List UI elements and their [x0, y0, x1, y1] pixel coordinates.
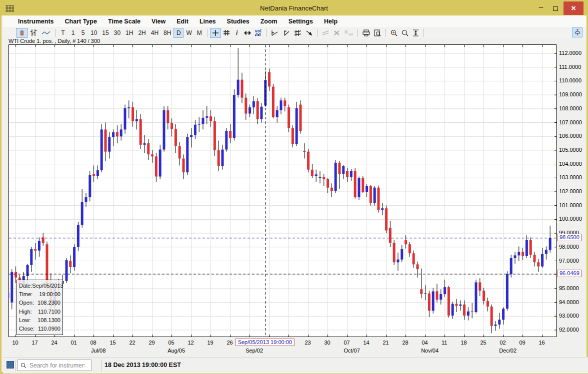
connection-status-icon[interactable] [6, 361, 14, 369]
x-axis-label: 17 [32, 340, 38, 346]
horizontal-scale-button[interactable] [242, 28, 253, 38]
info-button[interactable]: i [232, 28, 242, 38]
timescale-button-8H[interactable]: 8H [161, 28, 174, 38]
y-axis-label: 107.0000 [559, 119, 582, 125]
menu-edit[interactable]: Edit [176, 18, 188, 25]
tooltip-label: Date: [19, 282, 32, 290]
menu-chart-type[interactable]: Chart Type [65, 18, 97, 25]
menu-zoom[interactable]: Zoom [260, 18, 278, 25]
timescale-button-15[interactable]: 15 [100, 28, 111, 38]
tooltip-value: 110.7100 [38, 308, 60, 316]
window-title: NetDania FinanceChart [2, 4, 586, 12]
x-axis-month-label: Aug/05 [168, 348, 185, 354]
instrument-search-box[interactable] [18, 360, 92, 371]
toolbar-separator [424, 29, 424, 37]
timescale-button-30[interactable]: 30 [112, 28, 123, 38]
tooltip-row: High:110.7100 [19, 308, 60, 316]
y-axis-label: 102.0000 [559, 188, 582, 194]
series-label: WTI Crude 1. pos. , Daily, # 140 / 300 [8, 38, 100, 44]
y-axis-label: 95.0000 [559, 285, 579, 291]
pin-button[interactable] [572, 27, 582, 37]
menu-help[interactable]: Help [324, 18, 338, 25]
candlestick-chart-button[interactable] [16, 28, 28, 38]
tooltip-value: 108.1300 [38, 316, 60, 325]
tooltip-row: Date:Sep/05/2013 [19, 282, 60, 290]
info-icon: i [236, 29, 238, 36]
crosshair-button[interactable] [210, 28, 221, 38]
tooltip-row: Open:108.2300 [19, 299, 60, 307]
x-axis-label: 09 [519, 340, 525, 346]
x-axis-month-label: Dec/02 [499, 348, 516, 354]
x-axis: 1017240108152229051219262330071421280411… [8, 338, 556, 357]
menu-settings[interactable]: Settings [288, 18, 313, 25]
tooltip-label: Close: [19, 325, 34, 333]
menu-time-scale[interactable]: Time Scale [108, 18, 140, 25]
timescale-button-4H[interactable]: 4H [148, 28, 161, 38]
maximize-icon [553, 6, 558, 11]
print-button[interactable] [360, 28, 372, 38]
menu-view[interactable]: View [152, 18, 166, 25]
delete-all-icon: ✕all [344, 29, 353, 36]
maximize-button[interactable] [549, 1, 562, 15]
y-axis-label: 103.0000 [559, 174, 582, 180]
menu-instruments[interactable]: Instruments [18, 18, 54, 25]
timescale-button-D[interactable]: D [174, 28, 184, 38]
trend-line-flag-button[interactable] [280, 28, 292, 38]
minimize-button[interactable]: – [534, 1, 548, 15]
line-chart-button[interactable] [40, 28, 52, 38]
x-axis-label: 11 [442, 340, 447, 346]
timescale-button-T[interactable]: T [58, 28, 68, 38]
x-axis-label: 24 [51, 340, 57, 346]
x-axis-label: 12 [188, 340, 194, 346]
chart-plot-area[interactable] [8, 44, 556, 337]
last-price-tag: 98.6500 [558, 234, 582, 241]
timescale-button-M[interactable]: M [194, 28, 204, 38]
x-axis-label: 29 [148, 340, 154, 346]
print-preview-button[interactable] [372, 28, 383, 38]
volume-button[interactable]: vol [253, 28, 264, 38]
x-axis-label: 18 [460, 340, 466, 346]
grid-button[interactable] [221, 28, 232, 38]
x-axis-label: 22 [129, 340, 135, 346]
close-button[interactable]: ✕ [564, 1, 584, 15]
menu-bar: InstrumentsChart TypeTime ScaleViewEditL… [3, 15, 586, 27]
x-axis-label: 30 [324, 340, 330, 346]
x-axis-label: 19 [207, 340, 213, 346]
zoom-in-button[interactable] [388, 28, 400, 38]
tooltip-value: 108.2300 [38, 299, 60, 307]
timescale-button-1[interactable]: 1 [68, 28, 78, 38]
zoom-out-button[interactable] [400, 28, 410, 38]
tooltip-row: Low:108.1300 [19, 316, 60, 325]
ray-arrow-button[interactable] [304, 28, 314, 38]
delete-all-lines-button[interactable]: ✕all [342, 28, 355, 38]
x-axis-label: 05 [168, 340, 174, 346]
statusbar-separator [16, 360, 16, 372]
delete-line-button[interactable] [332, 28, 342, 38]
x-axis-label: 26 [226, 340, 232, 346]
fit-vertical-button[interactable] [410, 28, 421, 38]
y-axis-label: 97.0000 [559, 258, 579, 264]
x-axis-label: 07 [344, 340, 350, 346]
menu-studies[interactable]: Studies [227, 18, 250, 25]
y-axis-label: 111.0000 [559, 64, 581, 70]
timescale-button-5[interactable]: 5 [78, 28, 88, 38]
x-axis-label: 08 [90, 340, 96, 346]
y-axis-label: 110.0000 [559, 77, 582, 83]
timescale-button-1H[interactable]: 1H [123, 28, 136, 38]
menu-lines[interactable]: Lines [200, 18, 216, 25]
timescale-button-2H[interactable]: 2H [136, 28, 148, 38]
parallel-lines-button[interactable] [320, 28, 332, 38]
x-axis-label: 16 [538, 340, 544, 346]
statusbar-clock: 18 Dec 2013 19:00:00 EST [104, 362, 181, 369]
bar-chart-button[interactable] [28, 28, 40, 38]
toolbar-separator [207, 29, 208, 37]
statusbar-separator [101, 360, 102, 372]
timescale-button-10[interactable]: 10 [88, 28, 100, 38]
search-input[interactable] [30, 362, 84, 369]
tooltip-label: Open: [19, 299, 34, 307]
x-axis-label: 02 [500, 340, 506, 346]
trend-line-button[interactable] [269, 28, 280, 38]
parallel-channel-button[interactable] [292, 28, 304, 38]
timescale-button-W[interactable]: W [184, 28, 194, 38]
y-axis-label: 108.0000 [559, 105, 582, 111]
